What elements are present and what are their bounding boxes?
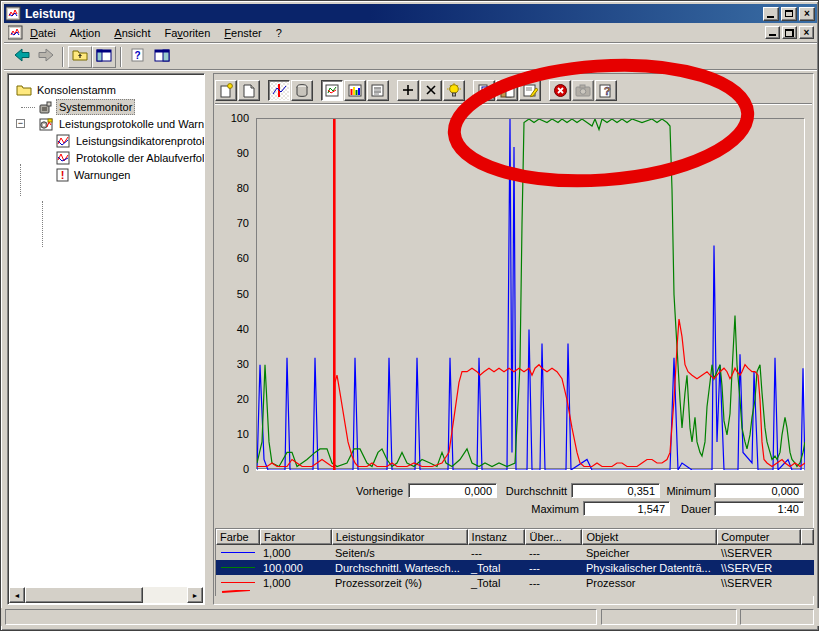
legend-column-leistungsindikator[interactable]: Leistungsindikator	[332, 529, 468, 545]
legend-cell: _Total	[468, 562, 526, 574]
mdi-close-button[interactable]: ×	[799, 26, 814, 39]
up-one-level-button[interactable]	[68, 46, 92, 68]
help-button[interactable]: ?	[126, 46, 150, 68]
view-log-data-button[interactable]	[291, 80, 313, 101]
svg-text:?: ?	[604, 85, 611, 97]
legend-row-prozessorzeit-[interactable]: 1,000Prozessorzeit (%)_Total---Prozessor…	[216, 575, 814, 590]
legend-column-faktor[interactable]: Faktor	[260, 529, 332, 545]
counter-log-icon	[56, 134, 71, 148]
minimize-button[interactable]	[763, 7, 779, 21]
menu-fenster[interactable]: Fenster	[217, 24, 268, 42]
legend-cell: \\SERVER	[718, 562, 802, 574]
performance-monitor-window: Leistung × DateiAktionAnsichtFavoritenFe…	[0, 0, 819, 631]
stat-label-minimum: Minimum	[656, 485, 711, 497]
menu-aktion[interactable]: Aktion	[63, 24, 108, 42]
tree-item-label: Leistungsprotokolle und Warnu	[57, 117, 205, 131]
legend-cell: 1,000	[260, 577, 332, 589]
y-tick-40: 40	[215, 323, 249, 335]
copy-properties-button[interactable]	[473, 80, 495, 101]
paste-counter-list-button[interactable]	[496, 80, 518, 101]
legend-column-über[interactable]: Über...	[525, 529, 582, 545]
delete-counter-button[interactable]	[420, 80, 442, 101]
y-tick-0: 0	[215, 463, 249, 475]
main-toolbar: ?	[4, 44, 817, 70]
toolbar-separator	[62, 47, 64, 67]
legend-column-objekt[interactable]: Objekt	[582, 529, 717, 545]
legend-cell: _Total	[468, 577, 526, 589]
pane-right-icon	[154, 48, 170, 66]
legend-column-filler[interactable]	[801, 529, 814, 545]
menu-datei[interactable]: Datei	[23, 24, 63, 42]
legend-column-instanz[interactable]: Instanz	[468, 529, 526, 545]
menu-favoriten[interactable]: Favoriten	[157, 24, 217, 42]
highlight-button[interactable]	[443, 80, 465, 101]
tree-item-label: Leistungsindikatorenprotok	[74, 134, 205, 148]
tree-item-label: Protokolle der Ablaufverfol	[74, 151, 205, 165]
stat-label-durchschnitt: Durchschnitt	[501, 485, 567, 497]
y-tick-20: 20	[215, 393, 249, 405]
mdi-close-icon: ×	[804, 28, 810, 38]
counter-color-swatch	[216, 552, 260, 553]
mdi-restore-button[interactable]	[782, 26, 797, 39]
properties-button[interactable]	[519, 80, 541, 101]
maximize-button[interactable]	[781, 7, 797, 21]
tree-item-konsolenstamm[interactable]: Konsolenstamm	[16, 82, 118, 98]
props-icon	[523, 83, 538, 98]
add-counter-button[interactable]	[397, 80, 419, 101]
y-tick-10: 10	[215, 428, 249, 440]
view-chart-button[interactable]	[321, 80, 343, 101]
legend-cell: ---	[526, 577, 583, 589]
view-histogram-button[interactable]	[344, 80, 366, 101]
scroll-track[interactable]	[25, 587, 187, 603]
legend-row-seiten-s[interactable]: 1,000Seiten/s------Speicher\\SERVER	[216, 545, 814, 560]
y-tick-90: 90	[215, 147, 249, 159]
new-counter-set-button[interactable]	[215, 80, 237, 101]
panes-icon	[96, 48, 112, 66]
tree-item-leistungsprotokolle-und-warnu[interactable]: Leistungsprotokolle und Warnu	[38, 116, 205, 132]
mdi-window-buttons: ×	[763, 26, 817, 39]
window-title: Leistung	[25, 7, 761, 21]
scroll-thumb[interactable]	[25, 587, 143, 603]
scroll-right-button[interactable]: ►	[187, 587, 203, 603]
counter-legend-table: FarbeFaktorLeistungsindikatorInstanzÜber…	[215, 528, 814, 596]
time-marker-line	[333, 119, 336, 470]
tree-horizontal-scrollbar[interactable]: ◄ ►	[9, 587, 203, 603]
tree-item-leistungsindikatorenprotok[interactable]: Leistungsindikatorenprotok	[56, 133, 205, 149]
legend-column-farbe[interactable]: Farbe	[216, 529, 260, 545]
close-button[interactable]: ×	[799, 7, 815, 21]
maximize-icon	[785, 10, 793, 17]
mdi-minimize-button[interactable]	[765, 26, 780, 39]
update-data-button[interactable]	[572, 80, 594, 101]
x-icon	[424, 83, 438, 97]
tree-item-warnungen[interactable]: !Warnungen	[56, 167, 132, 183]
page-clear-icon	[242, 83, 256, 98]
chart-plot	[256, 118, 804, 469]
menu-bar: DateiAktionAnsichtFavoritenFenster? ×	[4, 23, 817, 43]
tree-expander-minus[interactable]: −	[16, 119, 25, 128]
tree-item-systemmonitor[interactable]: Systemmonitor	[38, 99, 135, 115]
show-action-pane-button[interactable]	[150, 46, 174, 68]
legend-row-durchschnittl-wartesch-[interactable]: 100,000Durchschnittl. Wartesch..._Total-…	[216, 560, 814, 575]
forward-button[interactable]	[34, 46, 58, 68]
legend-partial-row	[216, 590, 814, 594]
clear-display-button[interactable]	[238, 80, 260, 101]
view-report-button[interactable]	[367, 80, 389, 101]
menu-ansicht[interactable]: Ansicht	[107, 24, 157, 42]
status-panel-1	[5, 609, 597, 625]
title-bar[interactable]: Leistung ×	[4, 4, 817, 23]
scroll-left-button[interactable]: ◄	[9, 587, 25, 603]
back-button[interactable]	[10, 46, 34, 68]
freeze-display-button[interactable]	[549, 80, 571, 101]
legend-column-computer[interactable]: Computer	[717, 529, 801, 545]
help-doc-icon: ?	[131, 48, 145, 66]
view-current-activity-button[interactable]	[268, 80, 290, 101]
help-icon: ?	[599, 83, 613, 98]
show-console-tree-button[interactable]	[92, 46, 116, 68]
sysmon-help-button[interactable]: ?	[595, 80, 617, 101]
sysmon-icon	[38, 100, 53, 114]
menu-?[interactable]: ?	[269, 24, 289, 42]
stat-value-vorherige: 0,000	[408, 483, 497, 498]
counter-color-swatch	[216, 567, 260, 568]
tree-item-protokolle-der-ablaufverfol[interactable]: Protokolle der Ablaufverfol	[56, 150, 205, 166]
legend-cell: Durchschnittl. Wartesch...	[332, 562, 468, 574]
